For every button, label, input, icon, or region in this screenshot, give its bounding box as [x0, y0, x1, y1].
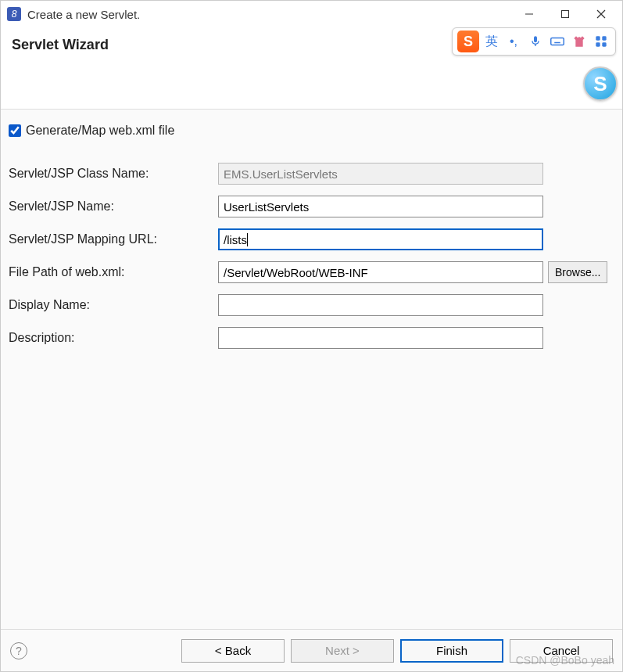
file-path-input[interactable]: [218, 261, 543, 283]
next-button: Next >: [291, 639, 394, 663]
shirt-icon[interactable]: [570, 32, 589, 51]
file-path-label: File Path of web.xml:: [9, 265, 218, 279]
wizard-header: Servlet Wizard S 英 •, S: [1, 27, 622, 110]
maximize-button[interactable]: [547, 2, 583, 26]
wizard-content: Generate/Map web.xml file Servlet/JSP Cl…: [1, 110, 622, 631]
skype-icon[interactable]: S: [583, 66, 618, 101]
mapping-url-input[interactable]: /lists: [218, 228, 543, 250]
close-button[interactable]: [583, 2, 619, 26]
ime-toolbar[interactable]: S 英 •,: [452, 27, 616, 56]
display-name-row: Display Name:: [9, 294, 614, 316]
servlet-name-row: Servlet/JSP Name:: [9, 196, 614, 217]
back-button[interactable]: < Back: [181, 639, 285, 663]
cancel-button[interactable]: Cancel: [510, 639, 613, 663]
generate-webxml-checkbox-row[interactable]: Generate/Map web.xml file: [9, 124, 614, 138]
app-icon: 8: [7, 7, 21, 21]
display-name-label: Display Name:: [9, 298, 218, 312]
ime-punct-icon[interactable]: •,: [504, 32, 523, 51]
browse-button[interactable]: Browse...: [548, 261, 607, 283]
wizard-footer: ? < Back Next > Finish Cancel: [1, 629, 622, 671]
keyboard-icon[interactable]: [548, 32, 567, 51]
ime-lang[interactable]: 英: [482, 32, 501, 51]
svg-rect-13: [602, 42, 606, 46]
window-title: Create a new Servlet.: [27, 8, 511, 21]
display-name-input[interactable]: [218, 294, 543, 316]
generate-webxml-checkbox[interactable]: [9, 124, 21, 137]
svg-rect-10: [596, 36, 600, 40]
svg-rect-4: [551, 38, 564, 45]
generate-webxml-label: Generate/Map web.xml file: [26, 124, 174, 138]
sogou-icon[interactable]: S: [457, 31, 479, 52]
mapping-url-value: /lists: [224, 233, 247, 246]
description-input[interactable]: [218, 327, 543, 349]
class-name-input: [218, 163, 543, 185]
grid-icon[interactable]: [592, 32, 610, 51]
mic-icon[interactable]: [526, 32, 545, 51]
window-controls: [511, 2, 619, 26]
titlebar: 8 Create a new Servlet.: [1, 1, 622, 27]
svg-rect-12: [596, 42, 600, 46]
servlet-name-label: Servlet/JSP Name:: [9, 199, 218, 214]
class-name-row: Servlet/JSP Class Name:: [9, 163, 614, 185]
finish-button[interactable]: Finish: [400, 639, 503, 663]
svg-rect-1: [562, 11, 569, 18]
class-name-label: Servlet/JSP Class Name:: [9, 167, 218, 181]
mapping-url-row: Servlet/JSP Mapping URL: /lists: [9, 228, 614, 250]
description-row: Description:: [9, 327, 614, 349]
help-icon[interactable]: ?: [10, 642, 27, 659]
file-path-row: File Path of web.xml: Browse...: [9, 261, 614, 283]
svg-rect-11: [602, 36, 606, 40]
minimize-button[interactable]: [511, 2, 547, 26]
description-label: Description:: [9, 331, 218, 345]
servlet-name-input[interactable]: [218, 196, 543, 217]
mapping-url-label: Servlet/JSP Mapping URL:: [9, 232, 218, 246]
